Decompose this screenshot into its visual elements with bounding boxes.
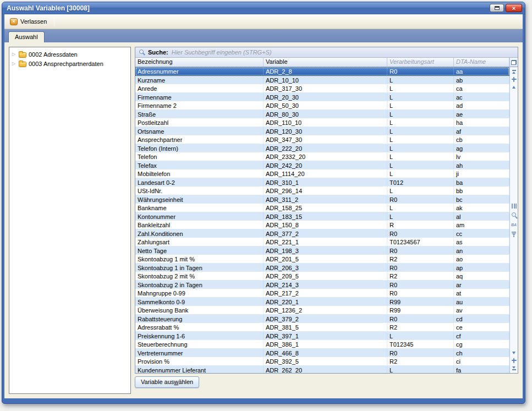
table-cell: ADR_201_5 <box>264 255 387 263</box>
table-cell: cd <box>454 315 509 323</box>
table-cell: L <box>387 101 454 109</box>
scroll-down-button[interactable] <box>511 349 518 356</box>
table-row[interactable]: RabattsteuerungADR_379_2R0cd <box>135 315 509 324</box>
table-row[interactable]: Skontoabzug 2 in TagenADR_214_3R0ar <box>135 281 509 289</box>
table-row[interactable]: Skontoabzug 1 in TagenADR_206_3R0ap <box>135 264 509 272</box>
title-bar[interactable]: Auswahl Variablen [30008] × <box>2 2 525 14</box>
table-cell: am <box>454 221 509 229</box>
table-row[interactable]: Preiskennung 1-6ADR_397_1Lcf <box>135 332 509 341</box>
verlassen-button[interactable]: × Verlassen <box>8 17 51 26</box>
tree-item-1[interactable]: ▷0003 Ansprechpartnerdaten <box>9 59 130 69</box>
column-header-1[interactable]: Variable <box>264 58 387 67</box>
scroll-up-button[interactable] <box>511 84 518 90</box>
table-row[interactable]: MobiltelefonADR_1114_20Lji <box>135 169 509 178</box>
table-cell: an <box>454 246 509 255</box>
table-row[interactable]: KontonummerADR_183_15Lal <box>135 212 509 221</box>
table-row[interactable]: StraßeADR_80_30Lae <box>135 110 509 119</box>
table-cell: R <box>387 221 454 229</box>
table-cell: ar <box>454 281 509 289</box>
table-row[interactable]: Zahl.KonditionenADR_377_2R0cc <box>135 229 509 238</box>
search-input[interactable]: Suche: Hier Suchbegriff eingeben (STRG+S… <box>135 47 518 58</box>
restore-button[interactable] <box>490 4 504 12</box>
tree-item-0[interactable]: ▷0002 Adressdaten <box>9 50 130 59</box>
restore-icon <box>495 6 500 10</box>
table-row[interactable]: SteuerberechnungADR_386_1T012345cg <box>135 340 509 349</box>
table-row[interactable]: Telefon (Intern)ADR_222_20Lag <box>135 144 509 153</box>
scroll-page-down-icon <box>512 358 517 363</box>
table-row[interactable]: AnsprechpartnerADR_347_30Lcb <box>135 135 509 144</box>
table-cell: Sammelkonto 0-9 <box>135 298 264 306</box>
scroll-last-row-button[interactable] <box>511 365 518 371</box>
table-cell: Mobiltelefon <box>135 169 264 178</box>
table-cell: Währungseinheit <box>135 195 264 204</box>
table-row[interactable]: Provision %ADR_392_5R2ci <box>135 357 509 366</box>
grid-main: BezeichnungVariableVerarbeitungsartDTA-N… <box>135 58 518 373</box>
table-cell: L <box>387 161 454 169</box>
grid-search-button[interactable] <box>511 212 518 219</box>
expander-icon[interactable]: ▷ <box>12 52 17 57</box>
table-row[interactable]: Adressrabatt %ADR_381_5R2ce <box>135 323 509 332</box>
table-row[interactable]: USt-IdNr.ADR_296_14Lbb <box>135 187 509 195</box>
table-row[interactable]: Kundennummer LieferantADR_262_20Lfa <box>135 366 509 374</box>
column-header-2[interactable]: Verarbeitungsart <box>387 58 454 67</box>
column-header-0[interactable]: Bezeichnung <box>135 58 264 67</box>
scroll-page-up-button[interactable] <box>511 76 518 83</box>
table-row[interactable]: FirmennameADR_20_30Lac <box>135 93 509 102</box>
table-row[interactable]: Skontoabzug 2 mit %ADR_209_5R2aq <box>135 272 509 281</box>
close-button[interactable]: × <box>506 4 522 12</box>
table-row[interactable]: AnredeADR_317_30Lca <box>135 84 509 93</box>
table-cell: Skontoabzug 2 in Tagen <box>135 281 264 289</box>
table-cell: ADR_2332_20 <box>264 152 387 161</box>
scroll-page-up-icon <box>512 77 517 82</box>
expander-icon[interactable]: ▷ <box>12 62 17 66</box>
column-header-3[interactable]: DTA-Name <box>454 58 509 67</box>
column-chooser-button[interactable] <box>510 58 518 67</box>
scroll-first-row-button[interactable] <box>511 68 518 75</box>
table-cell: USt-IdNr. <box>135 187 264 195</box>
table-cell: Telefon (Intern) <box>135 144 264 152</box>
table-cell: R0 <box>387 315 454 323</box>
tree-item-label: 0002 Adressdaten <box>29 51 78 58</box>
table-row[interactable]: Mahngruppe 0-99ADR_217_2R0at <box>135 289 509 298</box>
table-cell: Postleitzahl <box>135 118 264 127</box>
table-row[interactable]: VertreternummerADR_466_8R0ch <box>135 349 509 358</box>
table-cell: lv <box>454 152 509 161</box>
tab-auswahl[interactable]: Auswahl <box>8 31 45 42</box>
table-cell: Adressrabatt % <box>135 323 264 331</box>
table-row[interactable]: AdressnummerADR_2_8R0aa <box>135 67 509 76</box>
grid-rows: AdressnummerADR_2_8R0aaKurznameADR_10_10… <box>135 67 509 373</box>
table-cell: R2 <box>387 272 454 280</box>
folder-icon <box>19 52 26 58</box>
table-cell: ah <box>454 161 509 169</box>
table-row[interactable]: Netto TageADR_198_3R0an <box>135 246 509 255</box>
table-row[interactable]: ZahlungsartADR_221_1T01234567as <box>135 238 509 246</box>
table-cell: aa <box>454 67 509 75</box>
table-cell: au <box>454 298 509 306</box>
table-row[interactable]: Skontoabzug 1 mit %ADR_201_5R2ao <box>135 255 509 264</box>
table-cell: bc <box>454 195 509 204</box>
table-row[interactable]: PostleitzahlADR_110_10Lha <box>135 118 509 127</box>
table-row[interactable]: BankleitzahlADR_150_8Ram <box>135 221 509 229</box>
table-row[interactable]: OrtsnameADR_120_30Laf <box>135 127 509 136</box>
variables-grid: Suche: Hier Suchbegriff eingeben (STRG+S… <box>135 47 518 374</box>
table-cell: L <box>387 84 454 92</box>
table-row[interactable]: TelefonADR_2332_20Llv <box>135 152 509 161</box>
table-cell: ADR_220_1 <box>264 298 387 306</box>
table-row[interactable]: WährungseinheitADR_311_2R0bc <box>135 195 509 204</box>
filter-button[interactable] <box>511 231 518 238</box>
table-row[interactable]: TelefaxADR_242_20Lah <box>135 161 509 170</box>
table-row[interactable]: Sammelkonto 0-9ADR_220_1R99au <box>135 298 509 306</box>
table-cell: L <box>387 187 454 195</box>
table-row[interactable]: BanknameADR_158_25Lak <box>135 204 509 212</box>
table-row[interactable]: Überweisung BankADR_1236_2R99av <box>135 306 509 315</box>
table-row[interactable]: KurznameADR_10_10Lab <box>135 76 509 85</box>
table-row[interactable]: Firmenname 2ADR_50_30Lad <box>135 101 509 110</box>
fixed-columns-button[interactable] <box>511 202 518 210</box>
table-cell: ADR_198_3 <box>264 246 387 255</box>
scroll-page-down-button[interactable] <box>511 357 518 364</box>
table-cell: cf <box>454 332 509 340</box>
bookmark-button[interactable]: BA <box>511 221 518 228</box>
variable-auswaehlen-button[interactable]: Variable auswählen <box>135 376 199 388</box>
table-row[interactable]: Landesart 0-2ADR_310_1T012ba <box>135 178 509 187</box>
table-cell: Ortsname <box>135 127 264 135</box>
